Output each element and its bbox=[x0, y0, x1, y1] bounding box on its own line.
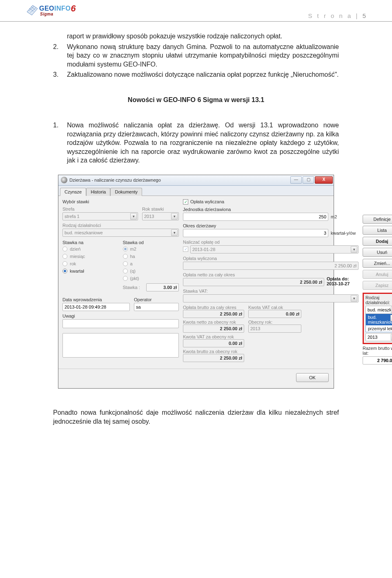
lbl-wybor: Wybór stawki bbox=[62, 199, 179, 204]
operator-input[interactable] bbox=[134, 303, 179, 311]
rok-r-select[interactable] bbox=[365, 333, 392, 341]
jednostka-input[interactable] bbox=[183, 213, 328, 221]
list-num-1b: 1. bbox=[53, 121, 67, 165]
btn-usun[interactable]: Usuń bbox=[363, 248, 392, 257]
kbrutto-value bbox=[183, 354, 244, 362]
btn-definicje[interactable]: Definicje stawek... bbox=[363, 215, 392, 224]
check-oplata-wyliczana[interactable]: ✓Opłata wyliczana bbox=[183, 199, 359, 205]
data-input[interactable] bbox=[62, 303, 130, 311]
netto-value bbox=[183, 278, 324, 286]
lbl-oplata-wyliczona: Opłata wyliczona bbox=[183, 256, 359, 261]
radio-ha[interactable]: ha bbox=[123, 254, 179, 259]
list-text-3: Zaktualizowano nowe możliwości dotyczące… bbox=[67, 70, 339, 79]
lbl-kbrutto: Kwota brutto za obecny rok bbox=[183, 349, 244, 354]
razem-value bbox=[363, 356, 392, 365]
radio-a[interactable]: a bbox=[123, 261, 179, 266]
lbl-stawka-na: Stawka na bbox=[62, 240, 119, 245]
oplata-wyliczona bbox=[183, 262, 359, 270]
lbl-stawka-val: Stawka : bbox=[123, 285, 140, 290]
btn-zmien[interactable]: Zmień... bbox=[363, 259, 392, 268]
dd-item-przem[interactable]: przemysł lekki bbox=[366, 325, 392, 332]
logo-info: INFO bbox=[54, 5, 71, 12]
intro-para: raport w prawidłowy sposób pokazuje wszy… bbox=[53, 32, 339, 41]
lbl-rodzaj-r: Rodzaj działalności: bbox=[365, 295, 392, 305]
logo-icon bbox=[24, 4, 38, 16]
page-header: GEOINFO6 Sigma S t r o n a | 5 bbox=[0, 0, 392, 22]
lbl-strefa: Strefa bbox=[62, 207, 138, 211]
obecny-value bbox=[248, 325, 301, 333]
rok-select[interactable] bbox=[142, 212, 179, 220]
dd-item-bud[interactable]: bud. mieszkaniowe bbox=[366, 314, 392, 325]
lbl-nalicz: Naliczać opłatę od bbox=[183, 240, 359, 245]
rodzaj-r-select[interactable] bbox=[365, 306, 392, 314]
section-heading: Nowości w GEO-INFO 6 Sigma w wersji 13.1 bbox=[53, 96, 339, 104]
radio-pkt[interactable]: (pkt) bbox=[123, 276, 179, 281]
uwagi-textarea[interactable] bbox=[62, 333, 179, 358]
tab-historia[interactable]: Historia bbox=[86, 188, 110, 196]
totals-grid: Opłata brutto za cały okres Kwota VAT ca… bbox=[183, 305, 359, 362]
radio-m2[interactable]: m2 bbox=[123, 247, 179, 251]
lbl-jednostka: Jednostka dzierżawiona bbox=[183, 207, 359, 212]
okres-unit: kwartał-y/ów bbox=[331, 231, 359, 236]
radio-q[interactable]: (q) bbox=[123, 269, 179, 273]
list-num-2: 2. bbox=[53, 42, 67, 69]
minimize-button[interactable]: — bbox=[290, 176, 302, 184]
app-icon bbox=[61, 177, 67, 183]
radio-kwartal[interactable]: kwartał bbox=[62, 269, 119, 273]
maximize-button[interactable]: ▢ bbox=[303, 176, 314, 184]
lbl-netto: Opłata netto za cały okres bbox=[183, 272, 324, 277]
btn-dodaj[interactable]: Dodaj bbox=[363, 237, 392, 246]
btn-ok[interactable]: OK bbox=[296, 373, 329, 382]
svg-marker-0 bbox=[27, 5, 38, 15]
tab-czynsze[interactable]: Czynsze bbox=[60, 188, 86, 196]
lbl-knetto: Kwota netto za obecny rok bbox=[183, 320, 244, 325]
radios-stawka-na: dzień miesiąc rok kwartał bbox=[62, 246, 119, 273]
jednostka-unit: m2 bbox=[331, 214, 359, 219]
stawka-row: Stawka : bbox=[123, 281, 179, 291]
nalicz-date[interactable] bbox=[190, 245, 359, 253]
radio-miesiac[interactable]: miesiąc bbox=[62, 254, 119, 259]
col-mid: ✓Opłata wyliczana Jednostka dzierżawiona… bbox=[183, 199, 359, 365]
page-num: 5 bbox=[363, 12, 368, 19]
close-button[interactable]: X bbox=[315, 176, 333, 184]
rodzaj-select[interactable] bbox=[62, 229, 179, 237]
content: raport w prawidłowy sposób pokazuje wszy… bbox=[0, 22, 392, 444]
radio-dzien[interactable]: dzień bbox=[62, 247, 119, 251]
lbl-data: Data wprowadzenia bbox=[62, 297, 130, 302]
list-text-1b: Nowa możliwość naliczania opłat za dzier… bbox=[67, 121, 339, 165]
highlight-rodzaj: Rodzaj działalności: bud. mieszkaniowe p… bbox=[363, 293, 392, 344]
kvat2-value bbox=[183, 339, 244, 347]
btn-lista[interactable]: Lista dokumentów... bbox=[363, 226, 392, 235]
btn-anuluj[interactable]: Anuluj bbox=[363, 270, 392, 279]
col-right: Definicje stawek... Lista dokumentów... … bbox=[363, 199, 392, 365]
radio-rok[interactable]: rok bbox=[62, 261, 119, 266]
lbl-stawka-od: Stawka od bbox=[123, 240, 179, 245]
lbl-razem: Razem brutto wg lat: bbox=[363, 346, 392, 356]
tab-dokumenty[interactable]: Dokumenty bbox=[110, 188, 142, 196]
list-item-1b: 1. Nowa możliwość naliczania opłat za dz… bbox=[53, 121, 339, 165]
logo-six: 6 bbox=[71, 3, 76, 13]
brutto-value bbox=[183, 310, 244, 318]
titlebar: Dzierżawa - naliczanie czynszu dzierżawn… bbox=[58, 175, 334, 186]
post-para: Ponadto nowa funkcjonalność daje możliwo… bbox=[53, 408, 339, 426]
btn-zapisz[interactable]: Zapisz bbox=[363, 281, 392, 290]
strefa-select[interactable] bbox=[62, 212, 138, 220]
lbl-brutto: Opłata brutto za cały okres bbox=[183, 305, 244, 310]
okres-input[interactable] bbox=[183, 229, 328, 237]
oplata-do-value: 2013-10-27 bbox=[327, 281, 359, 286]
list-item-3: 3. Zaktualizowano nowe możliwości dotycz… bbox=[53, 70, 339, 79]
lbl-kvat2: Kwota VAT za obecny rok bbox=[183, 334, 244, 339]
col-left: Wybór stawki Strefa Rok stawki Rodzaj dz… bbox=[62, 199, 179, 365]
knetto-value bbox=[183, 325, 244, 333]
bottom-bar: OK bbox=[58, 369, 334, 388]
lbl-uwagi: Uwagi bbox=[62, 313, 179, 318]
check-nalicz-date[interactable]: ✓ bbox=[183, 245, 359, 253]
uwagi-input[interactable] bbox=[62, 319, 179, 328]
stawka-value bbox=[146, 283, 179, 291]
logo-geo: GEO bbox=[39, 5, 54, 12]
window-buttons: — ▢ X bbox=[290, 176, 333, 184]
list-item-2: 2. Wykonano nową strukturę bazy danych G… bbox=[53, 42, 339, 69]
logo-sigma: Sigma bbox=[40, 12, 53, 16]
lbl-oplata-do: Opłata do: bbox=[327, 276, 359, 281]
vat-select[interactable] bbox=[183, 294, 359, 302]
